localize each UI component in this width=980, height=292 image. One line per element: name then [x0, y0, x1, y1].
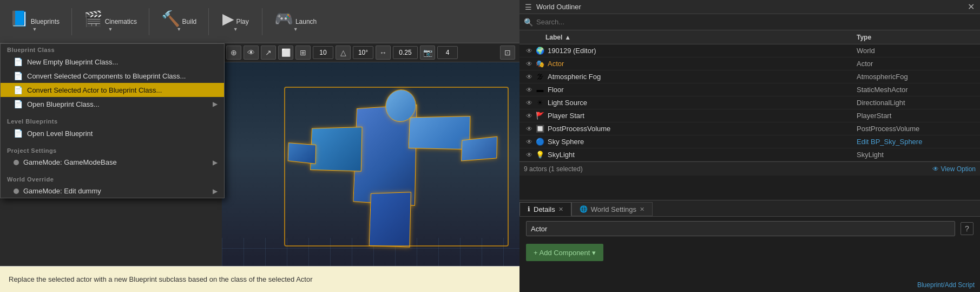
menu-item-open-level[interactable]: 📄 Open Level Blueprint: [1, 126, 224, 140]
outliner-row-skysphere[interactable]: 👁 🔵 Sky Sphere Edit BP_Sky_Sphere: [519, 135, 980, 148]
row-type-player: PlayerStart: [857, 112, 976, 120]
outliner-row-light[interactable]: 👁 ☀ Light Source DirectionalLight: [519, 96, 980, 109]
add-component-button[interactable]: + Add Component ▾: [526, 244, 603, 261]
launch-toolbar-item[interactable]: 🎮 Launch ▼: [270, 9, 321, 34]
outliner-row-postprocess[interactable]: 👁 🔲 PostProcessVolume PostProcessVolume: [519, 122, 980, 135]
row-type-skysphere[interactable]: Edit BP_Sky_Sphere: [857, 138, 976, 146]
cinematics-dropdown-arrow: ▼: [108, 27, 113, 32]
actor-type-icon-postprocess: 🔲: [535, 125, 545, 133]
outliner-column-headers: Label ▲ Type: [519, 30, 980, 44]
new-empty-label: New Empty Blueprint Class...: [27, 58, 118, 66]
gamemode-dummy-dot: [14, 189, 19, 194]
view-options-button[interactable]: 👁 View Option: [932, 165, 976, 173]
outliner-search-input[interactable]: [536, 18, 976, 26]
vp-snap-scale-input[interactable]: [393, 46, 418, 59]
menu-sep-1: [1, 111, 224, 115]
view-options-label: View Option: [941, 165, 976, 173]
viewport-toolbar: ⊕ 👁 ↗ ⬜ ⊞ △ ↔ 📷 ⊡: [222, 43, 519, 62]
vp-btn-lit[interactable]: 👁: [244, 46, 259, 60]
world-settings-tab-close[interactable]: ✕: [640, 206, 644, 213]
menu-item-gamemode-dummy[interactable]: GameMode: Edit dummy ▶: [1, 184, 224, 198]
vp-btn-grid[interactable]: ⬜: [278, 46, 293, 60]
row-label-fog: Atmospheric Fog: [548, 73, 857, 81]
cinematics-icon: 🎬: [84, 10, 103, 27]
label-column-header: Label: [545, 34, 562, 41]
visibility-icon-actor: 👁: [524, 60, 535, 68]
row-type-editor: World: [857, 47, 976, 55]
play-toolbar-item[interactable]: ▶ Play ▼: [216, 9, 254, 34]
world-outliner-panel: ☰ World Outliner ✕ 🔍 Label ▲ Type 👁 🌍: [519, 0, 980, 200]
outliner-row-floor[interactable]: 👁 ▬ Floor StaticMeshActor: [519, 83, 980, 96]
outliner-row-actor[interactable]: 👁 🎭 Actor Actor: [519, 57, 980, 70]
vp-btn-scale[interactable]: ↔: [376, 46, 391, 60]
build-label: Build: [182, 18, 197, 25]
tab-details[interactable]: ℹ Details ✕: [519, 202, 571, 216]
visibility-icon-fog: 👁: [524, 73, 535, 81]
row-label-actor: Actor: [548, 60, 857, 68]
open-level-icon: 📄: [14, 129, 23, 138]
visibility-icon-player: 👁: [524, 112, 535, 120]
outliner-close-button[interactable]: ✕: [968, 2, 975, 12]
cinematics-toolbar-item[interactable]: 🎬 Cinematics ▼: [80, 9, 141, 34]
details-tab-close[interactable]: ✕: [558, 206, 563, 213]
blueprint-add-script-link[interactable]: Blueprint/Add Script: [917, 281, 975, 289]
outliner-row-skylight[interactable]: 👁 💡 SkyLight SkyLight: [519, 148, 980, 161]
tab-world-settings[interactable]: 🌐 World Settings ✕: [571, 202, 653, 216]
outliner-panel-icon: ☰: [525, 3, 532, 11]
actor-arm-left: [310, 127, 362, 172]
vp-snap-angle-input[interactable]: [353, 46, 373, 59]
actor-ext: [461, 137, 497, 161]
main-toolbar: 📘 Blueprints ▼ 🎬 Cinematics ▼ 🔨 Build ▼ …: [0, 0, 519, 43]
gamemode-base-arrow: ▶: [213, 159, 218, 166]
menu-item-new-empty[interactable]: 📄 New Empty Blueprint Class...: [1, 55, 224, 69]
toolbar-divider-4: [262, 8, 262, 35]
vp-camera-speed-input[interactable]: [437, 46, 458, 59]
convert-components-icon: 📄: [14, 72, 23, 80]
row-label-skysphere: Sky Sphere: [548, 138, 857, 146]
menu-item-convert-actor[interactable]: 📄 Convert Selected Actor to Blueprint Cl…: [1, 83, 224, 97]
menu-item-gamemode-base[interactable]: GameMode: GameModeBase ▶: [1, 155, 224, 169]
world-settings-tab-label: World Settings: [591, 205, 636, 213]
menu-item-open-blueprint[interactable]: 📄 Open Blueprint Class... ▶: [1, 97, 224, 111]
launch-icon: 🎮: [274, 10, 293, 27]
actors-count-text: 9 actors (1 selected): [524, 165, 583, 173]
menu-item-convert-components[interactable]: 📄 Convert Selected Components to Bluepri…: [1, 69, 224, 83]
row-label-editor: 190129 (Editor): [548, 47, 857, 55]
actor-type-icon-player: 🚩: [535, 112, 545, 120]
open-level-label: Open Level Blueprint: [27, 129, 93, 138]
blueprints-icon: 📘: [10, 10, 29, 27]
vp-btn-display[interactable]: ⊞: [295, 46, 311, 60]
actor-name-field[interactable]: [526, 221, 955, 236]
outliner-table: Label ▲ Type 👁 🌍 190129 (Editor) World 👁…: [519, 30, 980, 161]
visibility-icon-postprocess: 👁: [524, 125, 535, 133]
world-override-header: World Override: [1, 173, 224, 184]
row-type-floor: StaticMeshActor: [857, 86, 976, 94]
open-blueprint-icon: 📄: [14, 100, 23, 108]
blueprints-toolbar-item[interactable]: 📘 Blueprints ▼: [5, 9, 64, 34]
outliner-row-player[interactable]: 👁 🚩 Player Start PlayerStart: [519, 109, 980, 122]
vp-btn-triangle[interactable]: △: [336, 46, 351, 60]
vp-btn-perspective[interactable]: ⊕: [226, 46, 241, 60]
blueprint-script-label: Blueprint/Add Script: [917, 281, 975, 289]
tooltip: Replace the selected actor with a new Bl…: [0, 266, 519, 292]
vp-btn-show[interactable]: ↗: [261, 46, 276, 60]
vp-btn-camera[interactable]: 📷: [420, 46, 435, 60]
outliner-row-fog[interactable]: 👁 🌫 Atmospheric Fog AtmosphericFog: [519, 70, 980, 83]
outliner-title: World Outliner: [536, 3, 963, 11]
actor-base: [369, 192, 411, 247]
actor-type-icon-light: ☀: [535, 99, 545, 107]
outliner-row-editor[interactable]: 👁 🌍 190129 (Editor) World: [519, 44, 980, 57]
vp-btn-maximize[interactable]: ⊡: [500, 46, 515, 60]
gamemode-dummy-arrow: ▶: [213, 187, 218, 195]
help-button[interactable]: ?: [961, 222, 974, 235]
vp-snap-grid-input[interactable]: [313, 46, 333, 59]
visibility-icon-skylight: 👁: [524, 151, 535, 159]
play-dropdown-arrow: ▼: [233, 27, 238, 32]
row-type-actor: Actor: [857, 60, 976, 68]
view-options-icon: 👁: [932, 165, 939, 173]
row-type-fog: AtmosphericFog: [857, 73, 976, 81]
build-toolbar-item[interactable]: 🔨 Build ▼: [157, 9, 201, 34]
build-icon: 🔨: [161, 10, 180, 27]
menu-sep-2: [1, 140, 224, 145]
level-blueprints-header: Level Blueprints: [1, 115, 224, 126]
